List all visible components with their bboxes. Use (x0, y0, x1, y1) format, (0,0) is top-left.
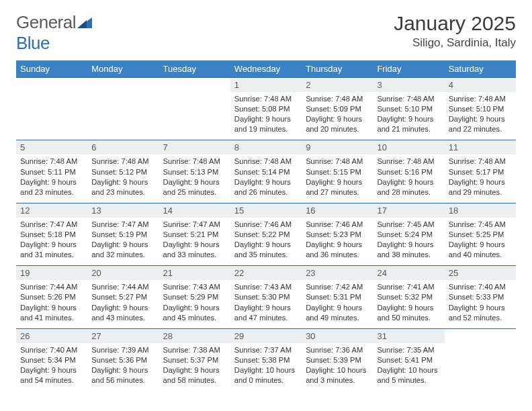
day-number: 27 (87, 329, 159, 343)
day-number: 25 (445, 266, 516, 280)
day-number: 21 (159, 266, 230, 280)
day-info: Sunrise: 7:48 AMSunset: 5:17 PMDaylight:… (445, 154, 516, 202)
calendar-cell: 2Sunrise: 7:48 AMSunset: 5:09 PMDaylight… (302, 77, 373, 140)
day-info: Sunrise: 7:45 AMSunset: 5:25 PMDaylight:… (445, 218, 516, 265)
day-info: Sunrise: 7:47 AMSunset: 5:18 PMDaylight:… (16, 218, 87, 265)
calendar-week-row: 26Sunrise: 7:40 AMSunset: 5:34 PMDayligh… (16, 328, 516, 391)
day-info: Sunrise: 7:48 AMSunset: 5:11 PMDaylight:… (16, 154, 87, 202)
day-number: 5 (16, 140, 87, 154)
day-info: Sunrise: 7:46 AMSunset: 5:22 PMDaylight:… (230, 218, 302, 265)
day-number: 13 (87, 203, 159, 218)
calendar-cell: 5Sunrise: 7:48 AMSunset: 5:11 PMDaylight… (16, 140, 87, 202)
brand-part2: Blue (16, 33, 50, 53)
calendar-week-row: 19Sunrise: 7:44 AMSunset: 5:26 PMDayligh… (16, 265, 516, 328)
day-number: 30 (302, 329, 373, 343)
calendar-cell: 17Sunrise: 7:45 AMSunset: 5:24 PMDayligh… (373, 203, 444, 265)
calendar-cell: 15Sunrise: 7:46 AMSunset: 5:22 PMDayligh… (230, 203, 302, 265)
logo-triangle-icon (77, 12, 92, 33)
day-info: Sunrise: 7:47 AMSunset: 5:19 PMDaylight:… (87, 218, 159, 265)
day-number: 19 (16, 266, 87, 280)
calendar-cell: 28Sunrise: 7:38 AMSunset: 5:37 PMDayligh… (159, 328, 230, 391)
calendar-cell: 26Sunrise: 7:40 AMSunset: 5:34 PMDayligh… (16, 328, 87, 391)
day-number: 4 (445, 78, 516, 92)
day-info: Sunrise: 7:48 AMSunset: 5:15 PMDaylight:… (302, 154, 373, 202)
day-number: 28 (159, 329, 230, 343)
calendar-cell: 30Sunrise: 7:36 AMSunset: 5:39 PMDayligh… (302, 328, 373, 391)
day-number: 7 (159, 140, 230, 154)
brand-part1: General (16, 12, 76, 32)
day-number: 17 (373, 203, 444, 218)
calendar-cell: 4Sunrise: 7:48 AMSunset: 5:10 PMDaylight… (445, 77, 516, 140)
day-info: Sunrise: 7:42 AMSunset: 5:31 PMDaylight:… (302, 280, 373, 328)
day-number: 22 (230, 266, 302, 280)
brand-logo: GeneralBlue (16, 12, 92, 54)
day-header: Thursday (302, 60, 373, 77)
day-header: Tuesday (159, 60, 230, 77)
calendar-cell: 25Sunrise: 7:40 AMSunset: 5:33 PMDayligh… (445, 265, 516, 328)
day-info: Sunrise: 7:46 AMSunset: 5:23 PMDaylight:… (302, 218, 373, 265)
day-number: 11 (445, 140, 516, 154)
calendar-cell: .. (16, 77, 87, 140)
day-info: Sunrise: 7:47 AMSunset: 5:21 PMDaylight:… (159, 218, 230, 265)
day-info: Sunrise: 7:48 AMSunset: 5:14 PMDaylight:… (230, 154, 302, 202)
calendar-week-row: ......1Sunrise: 7:48 AMSunset: 5:08 PMDa… (16, 77, 516, 140)
header: GeneralBlue January 2025 Siligo, Sardini… (16, 12, 516, 54)
day-info: Sunrise: 7:40 AMSunset: 5:33 PMDaylight:… (445, 280, 516, 328)
calendar-cell: 13Sunrise: 7:47 AMSunset: 5:19 PMDayligh… (87, 203, 159, 265)
calendar-cell: 16Sunrise: 7:46 AMSunset: 5:23 PMDayligh… (302, 203, 373, 265)
calendar-body: ......1Sunrise: 7:48 AMSunset: 5:08 PMDa… (16, 77, 516, 391)
day-header: Saturday (445, 60, 516, 77)
day-header-row: Sunday Monday Tuesday Wednesday Thursday… (16, 60, 516, 77)
day-number: 3 (373, 78, 444, 92)
calendar-cell: 23Sunrise: 7:42 AMSunset: 5:31 PMDayligh… (302, 265, 373, 328)
calendar-page: GeneralBlue January 2025 Siligo, Sardini… (0, 0, 532, 398)
day-info: Sunrise: 7:43 AMSunset: 5:29 PMDaylight:… (159, 280, 230, 328)
calendar-cell: 6Sunrise: 7:48 AMSunset: 5:12 PMDaylight… (87, 140, 159, 202)
calendar-table: Sunday Monday Tuesday Wednesday Thursday… (16, 60, 516, 391)
calendar-cell: 12Sunrise: 7:47 AMSunset: 5:18 PMDayligh… (16, 203, 87, 265)
day-header: Sunday (16, 60, 87, 77)
day-header: Friday (373, 60, 444, 77)
day-number: 16 (302, 203, 373, 218)
calendar-cell: .. (87, 77, 159, 140)
day-number: 20 (87, 266, 159, 280)
day-number: 23 (302, 266, 373, 280)
day-info: Sunrise: 7:35 AMSunset: 5:41 PMDaylight:… (373, 343, 444, 391)
calendar-cell: 11Sunrise: 7:48 AMSunset: 5:17 PMDayligh… (445, 140, 516, 202)
day-info: Sunrise: 7:45 AMSunset: 5:24 PMDaylight:… (373, 218, 444, 265)
day-info: Sunrise: 7:37 AMSunset: 5:38 PMDaylight:… (230, 343, 302, 391)
day-number: 14 (159, 203, 230, 218)
calendar-cell: 1Sunrise: 7:48 AMSunset: 5:08 PMDaylight… (230, 77, 302, 140)
day-info: Sunrise: 7:44 AMSunset: 5:27 PMDaylight:… (87, 280, 159, 328)
calendar-cell: 19Sunrise: 7:44 AMSunset: 5:26 PMDayligh… (16, 265, 87, 328)
day-info: Sunrise: 7:48 AMSunset: 5:09 PMDaylight:… (302, 92, 373, 140)
calendar-cell: .. (445, 328, 516, 391)
day-number: 2 (302, 78, 373, 92)
day-number: 29 (230, 329, 302, 343)
day-header: Wednesday (230, 60, 302, 77)
day-info: Sunrise: 7:44 AMSunset: 5:26 PMDaylight:… (16, 280, 87, 328)
day-number: 24 (373, 266, 444, 280)
month-title: January 2025 (394, 12, 516, 35)
day-info: Sunrise: 7:36 AMSunset: 5:39 PMDaylight:… (302, 343, 373, 391)
calendar-cell: 9Sunrise: 7:48 AMSunset: 5:15 PMDaylight… (302, 140, 373, 202)
day-number: 1 (230, 78, 302, 92)
calendar-week-row: 12Sunrise: 7:47 AMSunset: 5:18 PMDayligh… (16, 203, 516, 265)
day-number: 9 (302, 140, 373, 154)
calendar-cell: 27Sunrise: 7:39 AMSunset: 5:36 PMDayligh… (87, 328, 159, 391)
day-number: 10 (373, 140, 444, 154)
day-header: Monday (87, 60, 159, 77)
calendar-cell: 14Sunrise: 7:47 AMSunset: 5:21 PMDayligh… (159, 203, 230, 265)
day-number: 12 (16, 203, 87, 218)
day-info: Sunrise: 7:48 AMSunset: 5:10 PMDaylight:… (445, 92, 516, 140)
calendar-cell: 3Sunrise: 7:48 AMSunset: 5:10 PMDaylight… (373, 77, 444, 140)
day-number: 31 (373, 329, 444, 343)
day-info: Sunrise: 7:48 AMSunset: 5:12 PMDaylight:… (87, 154, 159, 202)
calendar-cell: 22Sunrise: 7:43 AMSunset: 5:30 PMDayligh… (230, 265, 302, 328)
svg-marker-1 (77, 20, 87, 28)
day-number: 18 (445, 203, 516, 218)
calendar-cell: 31Sunrise: 7:35 AMSunset: 5:41 PMDayligh… (373, 328, 444, 391)
calendar-cell: 18Sunrise: 7:45 AMSunset: 5:25 PMDayligh… (445, 203, 516, 265)
day-info: Sunrise: 7:38 AMSunset: 5:37 PMDaylight:… (159, 343, 230, 391)
calendar-cell: 21Sunrise: 7:43 AMSunset: 5:29 PMDayligh… (159, 265, 230, 328)
